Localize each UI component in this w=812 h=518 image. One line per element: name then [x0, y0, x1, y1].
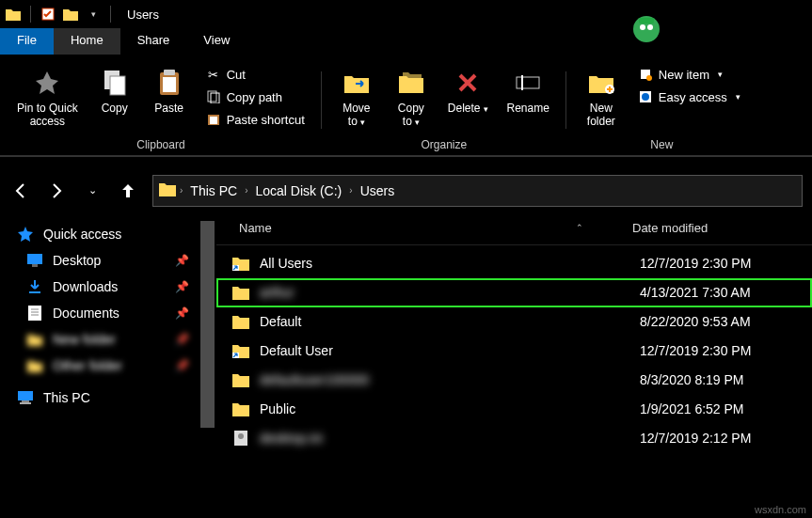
- copy-button[interactable]: Copy: [91, 64, 138, 118]
- chevron-right-icon[interactable]: ›: [245, 185, 247, 196]
- move-to-button[interactable]: Move to▾: [333, 64, 380, 133]
- file-row[interactable]: All Users12/7/2019 2:30 PM: [216, 249, 812, 278]
- file-row[interactable]: Public1/9/2021 6:52 PM: [216, 395, 812, 424]
- pin-icon: 📌: [175, 306, 189, 320]
- paste-button[interactable]: Paste: [146, 64, 193, 118]
- sidebar: Quick access Desktop 📌 Downloads 📌 Docum…: [0, 212, 216, 494]
- documents-icon: [26, 305, 43, 322]
- delete-icon: [453, 68, 483, 98]
- column-date[interactable]: Date modified: [621, 221, 708, 235]
- navbar: ⌄ › This PC › Local Disk (C:) › Users: [0, 170, 812, 212]
- new-item-button[interactable]: New item▾: [632, 64, 746, 85]
- svg-rect-27: [18, 391, 33, 400]
- scissors-icon: ✂: [206, 67, 221, 82]
- copy-to-button[interactable]: Copy to▾: [388, 64, 435, 133]
- easyaccess-icon: [638, 89, 653, 104]
- newfolder-icon: [586, 68, 616, 98]
- breadcrumb-users[interactable]: Users: [357, 181, 399, 200]
- properties-icon[interactable]: [40, 6, 56, 23]
- divider: [30, 6, 31, 23]
- desktop-icon: [26, 252, 43, 269]
- file-date: 1/9/2021 6:52 PM: [640, 401, 744, 416]
- up-button[interactable]: [117, 180, 139, 202]
- file-type-icon: [231, 400, 250, 418]
- back-button[interactable]: [9, 180, 32, 202]
- sidebar-quick-access[interactable]: Quick access: [0, 221, 215, 247]
- qat-dropdown-icon[interactable]: ▾: [85, 6, 102, 23]
- watermark: wsxdn.com: [755, 504, 806, 515]
- sidebar-thispc[interactable]: This PC: [0, 385, 215, 411]
- file-date: 12/7/2019 2:30 PM: [640, 343, 751, 358]
- folder-icon: [26, 357, 43, 374]
- delete-button[interactable]: Delete▾: [442, 64, 494, 118]
- file-row[interactable]: Default8/22/2020 9:53 AM: [216, 307, 812, 337]
- breadcrumb-thispc[interactable]: This PC: [186, 181, 241, 200]
- file-row[interactable]: Default User12/7/2019 2:30 PM: [216, 337, 812, 366]
- svg-rect-23: [28, 306, 41, 321]
- scrollbar-thumb[interactable]: [200, 221, 215, 428]
- sidebar-documents[interactable]: Documents 📌: [0, 300, 215, 326]
- svg-point-2: [640, 24, 645, 30]
- file-name: desktop.ini: [260, 431, 640, 446]
- file-date: 8/22/2020 9:53 AM: [640, 314, 751, 329]
- menu-home[interactable]: Home: [54, 28, 120, 55]
- copy-path-button[interactable]: Copy path: [200, 86, 310, 107]
- menu-file[interactable]: File: [0, 28, 54, 55]
- file-type-icon: [231, 312, 250, 331]
- svg-rect-4: [639, 18, 654, 24]
- cut-button[interactable]: ✂Cut: [200, 64, 310, 85]
- file-list: All Users12/7/2019 2:30 PMarthur4/13/202…: [216, 245, 812, 453]
- paste-icon: [154, 68, 184, 98]
- svg-rect-14: [517, 77, 539, 88]
- divider: [110, 6, 111, 23]
- svg-point-20: [642, 93, 649, 101]
- chevron-right-icon[interactable]: ›: [180, 185, 183, 196]
- menu-view[interactable]: View: [186, 28, 247, 55]
- pin-icon: [32, 68, 62, 98]
- svg-rect-9: [163, 77, 176, 92]
- ribbon-group-label: Clipboard: [136, 133, 184, 155]
- sort-indicator-icon: ⌃: [576, 223, 583, 232]
- column-name[interactable]: Name⌃: [216, 221, 621, 235]
- svg-rect-22: [32, 264, 38, 267]
- sidebar-scrollbar[interactable]: [199, 212, 215, 494]
- titlebar: ▾ Users: [0, 0, 812, 28]
- svg-point-33: [238, 433, 244, 439]
- svg-rect-8: [164, 70, 175, 75]
- file-date: 12/7/2019 2:12 PM: [640, 431, 751, 446]
- sidebar-item[interactable]: New folder 📌: [0, 326, 215, 353]
- rename-button[interactable]: Rename: [502, 64, 555, 118]
- file-row[interactable]: defaultuser1000008/3/2020 8:19 PM: [216, 366, 812, 395]
- quickaccess-folder-icon[interactable]: [62, 6, 79, 23]
- easy-access-button[interactable]: Easy access▾: [632, 86, 746, 107]
- copy-icon: [100, 68, 130, 98]
- pin-to-quick-access-button[interactable]: Pin to Quick access: [11, 64, 84, 133]
- file-type-icon: [231, 283, 250, 302]
- breadcrumb-localdisk[interactable]: Local Disk (C:): [251, 181, 345, 200]
- menu-share[interactable]: Share: [120, 28, 187, 55]
- chevron-right-icon[interactable]: ›: [349, 185, 352, 196]
- pin-icon: 📌: [175, 359, 189, 372]
- history-dropdown[interactable]: ⌄: [81, 180, 103, 202]
- download-icon: [26, 278, 43, 295]
- svg-rect-21: [27, 254, 42, 264]
- address-bar[interactable]: › This PC › Local Disk (C:) › Users: [152, 175, 803, 207]
- file-type-icon: [231, 341, 250, 360]
- pin-icon: 📌: [175, 333, 189, 346]
- svg-rect-29: [20, 402, 31, 404]
- svg-rect-6: [110, 76, 125, 95]
- file-row[interactable]: desktop.ini12/7/2019 2:12 PM: [216, 424, 812, 453]
- chevron-down-icon: ▾: [415, 118, 420, 127]
- sidebar-downloads[interactable]: Downloads 📌: [0, 274, 215, 300]
- copyto-icon: [396, 68, 426, 98]
- new-folder-button[interactable]: New folder: [578, 64, 625, 133]
- file-date: 4/13/2021 7:30 AM: [640, 285, 751, 300]
- copypath-icon: [206, 89, 221, 104]
- file-date: 12/7/2019 2:30 PM: [640, 256, 751, 271]
- address-folder-icon: [159, 181, 176, 200]
- file-row[interactable]: arthur4/13/2021 7:30 AM: [216, 278, 812, 307]
- sidebar-item[interactable]: Other folder 📌: [0, 353, 215, 379]
- forward-button[interactable]: [45, 180, 68, 202]
- paste-shortcut-button[interactable]: Paste shortcut: [200, 109, 310, 130]
- sidebar-desktop[interactable]: Desktop 📌: [0, 247, 215, 274]
